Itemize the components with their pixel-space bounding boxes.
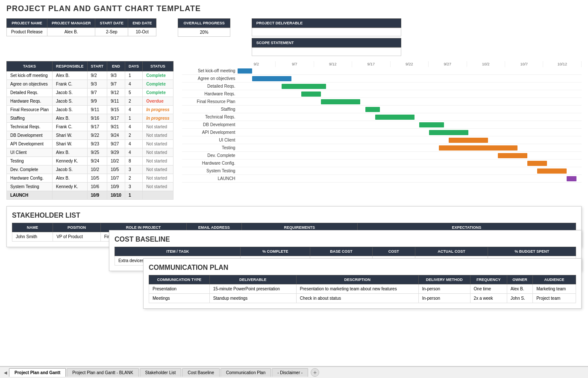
gantt-bar-13: [537, 168, 567, 174]
gantt-row-11: Dev. Complete: [182, 152, 582, 159]
gantt-bar-0: [238, 68, 253, 74]
gantt-container: 9/29/79/129/179/229/2710/210/710/12 Set …: [182, 61, 582, 183]
gantt-bar-12: [527, 161, 547, 166]
task-cell-3: 10/5: [107, 165, 125, 174]
tasks-col-responsible: RESPONSIBLE: [53, 62, 88, 71]
gantt-row-4: Final Resource Plan: [182, 98, 582, 106]
task-cell-0: Technical Reqs.: [7, 123, 53, 131]
col-manager: PROJECT MANAGER: [47, 19, 95, 28]
gantt-label-11: Dev. Complete: [182, 153, 238, 158]
page-title: PROJECT PLAN AND GANTT CHART TEMPLATE: [6, 4, 582, 13]
task-cell-1: Shari W.: [53, 140, 88, 148]
gantt-bar-5: [365, 107, 380, 112]
tasks-col-task: TASKS: [7, 62, 53, 71]
task-cell-4: 2: [125, 174, 142, 183]
task-cell-0: Hardware Config.: [7, 174, 53, 183]
task-cell-2: 9/3: [87, 80, 107, 89]
gantt-bar-3: [301, 92, 321, 97]
task-cell-1: Alex B.: [53, 71, 88, 80]
tab-cost-baseline[interactable]: Cost Baseline: [182, 368, 220, 377]
comm-cell-4: One time: [470, 284, 507, 294]
tab-project-plan-and-gan[interactable]: Project Plan and Gantt: [9, 368, 66, 377]
gantt-bar-area-7: [238, 121, 582, 129]
comm-cell-2: Presentation to marketing team about new…: [296, 284, 418, 294]
task-cell-1: Frank C.: [53, 80, 88, 89]
stakeholder-title: STAKEHOLDER LIST: [12, 212, 576, 219]
tab---disclaimer--[interactable]: - Disclaimer -: [272, 368, 308, 377]
tasks-col-status: STATUS: [143, 62, 173, 71]
tasks-col-days: DAYS: [125, 62, 142, 71]
gantt-date-10/12: 10/12: [543, 61, 581, 67]
tasks-col-start: START: [87, 62, 107, 71]
cost-col: ACTUAL COST: [415, 247, 488, 256]
task-status: In progress: [143, 106, 173, 114]
task-cell-3: 9/3: [107, 71, 125, 80]
gantt-section: 9/29/79/129/179/229/2710/210/710/12 Set …: [182, 61, 582, 200]
gantt-row-13: System Testing: [182, 167, 582, 175]
gantt-row-2: Detailed Reqs.: [182, 83, 582, 90]
task-status: Not started: [143, 157, 173, 165]
gantt-row-1: Agree on objectives: [182, 75, 582, 83]
col-end: END DATE: [128, 19, 156, 28]
task-cell-1: Jacob S.: [53, 97, 88, 106]
tasks-section: TASKS RESPONSIBLE START END DAYS STATUS …: [6, 61, 173, 200]
gantt-label-0: Set kick-off meeting: [182, 68, 238, 73]
tab-project-plan-and-gan[interactable]: Project Plan and Gantt - BLANK: [67, 368, 138, 377]
task-cell-4: 3: [125, 183, 142, 191]
comm-col: DESCRIPTION: [296, 275, 418, 284]
gantt-date-9/17: 9/17: [352, 61, 390, 67]
gantt-dates-row: 9/29/79/129/179/229/2710/210/710/12: [238, 61, 582, 67]
comm-col: FREQUENCY: [470, 275, 507, 284]
gantt-bar-area-13: [238, 167, 582, 175]
gantt-label-14: LAUNCH: [182, 176, 238, 181]
gantt-row-9: UI Client: [182, 136, 582, 144]
project-info-section: PROJECT NAME PROJECT MANAGER START DATE …: [6, 18, 156, 38]
comm-cell-1: 15-minute PowerPoint presentation: [209, 284, 296, 294]
task-cell-2: 9/25: [87, 148, 107, 157]
communication-plan-card: COMMUNICATION PLAN COMMUNICATION TYPEDEL…: [143, 258, 582, 309]
upper-section: TASKS RESPONSIBLE START END DAYS STATUS …: [6, 61, 582, 200]
gantt-date-10/7: 10/7: [505, 61, 543, 67]
tab-stakeholder-list[interactable]: Stakeholder List: [140, 368, 182, 377]
comm-title: COMMUNICATION PLAN: [149, 264, 576, 272]
cost-col: ITEM / TASK: [115, 247, 241, 256]
tab-communication-plan[interactable]: Communication Plan: [220, 368, 271, 377]
gantt-row-3: Hardware Reqs.: [182, 90, 582, 98]
task-cell-1: Kennedy K.: [53, 183, 88, 191]
tab-prev-button[interactable]: ◀: [2, 369, 9, 376]
tasks-table: TASKS RESPONSIBLE START END DAYS STATUS …: [6, 61, 173, 200]
gantt-bar-area-11: [238, 152, 582, 159]
task-cell-2: 10/6: [87, 183, 107, 191]
task-cell-1: Jacob S.: [53, 106, 88, 114]
cost-col: COST: [372, 247, 415, 256]
task-cell-1: Alex B.: [53, 174, 88, 183]
comm-col: DELIVERABLE: [209, 275, 296, 284]
gantt-bar-area-12: [238, 159, 582, 167]
task-cell-2: 9/23: [87, 140, 107, 148]
gantt-bar-8: [429, 130, 468, 135]
task-status: Complete: [143, 80, 173, 89]
col-start: START DATE: [95, 19, 128, 28]
task-cell-3: 9/15: [107, 106, 125, 114]
gantt-label-4: Final Resource Plan: [182, 99, 238, 104]
task-cell-0: System Testing: [7, 183, 53, 191]
comm-col: AUDIENCE: [533, 275, 576, 284]
sh-cell-0: John Smith: [12, 232, 53, 242]
progress-value: 20%: [178, 28, 230, 37]
comm-cell-3: In-person: [418, 284, 470, 294]
gantt-bar-area-9: [238, 136, 582, 144]
gantt-label-8: API Development: [182, 130, 238, 135]
col-project-name: PROJECT NAME: [7, 19, 47, 28]
task-cell-1: [53, 191, 88, 200]
task-cell-2: 9/22: [87, 131, 107, 140]
gantt-label-2: Detailed Reqs.: [182, 84, 238, 89]
gantt-bar-10: [439, 145, 517, 151]
task-cell-2: 10/9: [87, 191, 107, 200]
task-cell-4: 4: [125, 123, 142, 131]
comm-cell-1: Standup meetings: [209, 294, 296, 303]
gantt-bar-2: [282, 84, 326, 89]
add-tab-button[interactable]: +: [311, 368, 319, 377]
gantt-label-9: UI Client: [182, 138, 238, 142]
cost-title: COST BASELINE: [115, 236, 576, 243]
tasks-col-end: END: [107, 62, 125, 71]
